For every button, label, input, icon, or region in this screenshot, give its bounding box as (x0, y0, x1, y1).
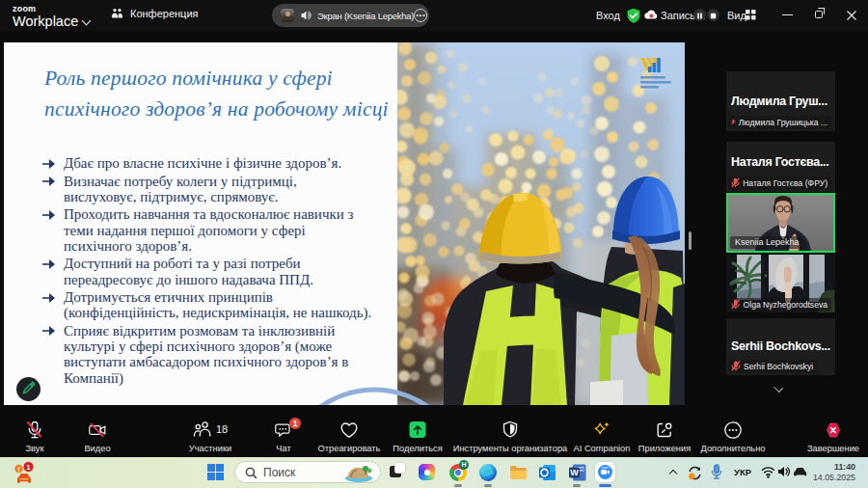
svg-text:1: 1 (26, 463, 31, 472)
svg-text:zoom: zoom (602, 466, 610, 470)
svg-text:!: ! (17, 465, 20, 474)
svg-text:W: W (570, 468, 579, 477)
